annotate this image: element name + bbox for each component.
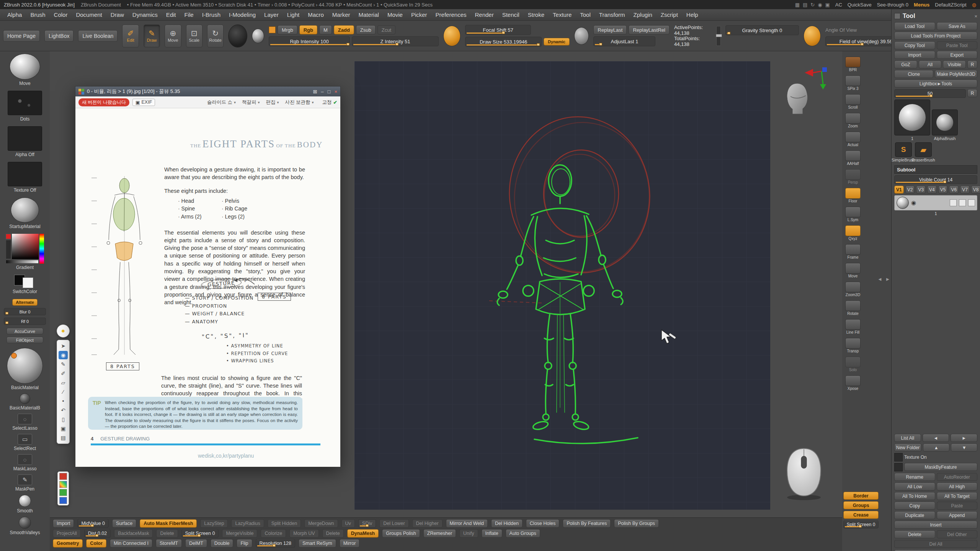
- crease-stack-button[interactable]: Crease: [843, 511, 879, 519]
- viewer-menu-item[interactable]: 슬라이드 쇼▾: [207, 99, 236, 106]
- m-button[interactable]: M: [319, 25, 332, 34]
- goz-all-button[interactable]: All: [919, 60, 942, 68]
- minimize-button[interactable]: –: [321, 89, 323, 95]
- bottom-button[interactable]: Del Higher: [412, 519, 443, 528]
- all-to-home-button[interactable]: All To Home: [894, 492, 935, 500]
- panel-icon[interactable]: ▤: [803, 2, 807, 8]
- bottom-button[interactable]: LazyRadius: [231, 519, 264, 528]
- copy-tool-button[interactable]: Copy Tool: [894, 41, 935, 49]
- move-down-button[interactable]: ▼: [951, 443, 977, 452]
- grid-icon[interactable]: ▦: [795, 2, 800, 8]
- right-shelf-button[interactable]: Transp: [845, 338, 861, 353]
- bottom-button[interactable]: Auto Mask FiberMesh: [140, 519, 197, 528]
- right-shelf-button[interactable]: Move: [845, 263, 861, 278]
- titlebar-item[interactable]: See-through 0: [877, 2, 908, 8]
- right-shelf-button[interactable]: AAHalf: [845, 150, 861, 166]
- copy-subtool-button[interactable]: Copy: [894, 502, 935, 510]
- menu-item[interactable]: Document: [72, 11, 106, 18]
- tray-select-lasso[interactable]: ◌ SelectLasso: [12, 414, 37, 431]
- bottom-button[interactable]: Delete: [322, 529, 344, 538]
- fullscreen-button[interactable]: ⊠: [313, 89, 317, 95]
- all-to-target-button[interactable]: All To Target: [937, 492, 978, 500]
- secondary-color-swatch[interactable]: [23, 277, 33, 288]
- paste-subtool-button[interactable]: Paste: [937, 502, 978, 510]
- titlebar-item[interactable]: QuickSave: [848, 2, 872, 8]
- subtool-view-tab[interactable]: V6: [949, 186, 959, 194]
- move-up-button[interactable]: ▲: [923, 443, 949, 452]
- menu-item[interactable]: Help: [682, 11, 702, 18]
- focal-shift-slider[interactable]: Focal Shift 57: [465, 25, 531, 35]
- append-button[interactable]: Append: [937, 511, 978, 519]
- bottom-button[interactable]: Dist 0.02: [84, 529, 111, 538]
- highlighter-icon[interactable]: ✐: [59, 369, 68, 378]
- menu-item[interactable]: File: [180, 11, 198, 18]
- menu-item[interactable]: Tool: [576, 11, 595, 18]
- import-button[interactable]: Import: [894, 51, 935, 59]
- tray-switch-color[interactable]: SwitchColor: [13, 275, 37, 294]
- insert-button[interactable]: Insert: [894, 521, 977, 529]
- eraser-icon[interactable]: ▱: [59, 378, 68, 387]
- crease-stack-button[interactable]: Border: [843, 492, 879, 500]
- material-sphere-icon[interactable]: [252, 29, 264, 43]
- bottom-button[interactable]: MergeDown: [304, 519, 338, 528]
- dot-icon[interactable]: •: [59, 397, 68, 405]
- tool-r-button[interactable]: R: [967, 89, 977, 97]
- bottom-button[interactable]: Split Hidden: [268, 519, 301, 528]
- load-tools-from-project-button[interactable]: Load Tools From Project: [894, 32, 977, 40]
- close-button[interactable]: ×: [334, 89, 337, 95]
- subtool-sculpt-icon[interactable]: [959, 199, 966, 206]
- bottom-button[interactable]: Polish By Features: [563, 519, 611, 528]
- tray-color-picker[interactable]: Gradient: [6, 234, 44, 270]
- annotation-color-green[interactable]: [59, 489, 67, 496]
- sync-icon[interactable]: ↻: [810, 2, 815, 8]
- update-banner-button[interactable]: 새 버전이 나왔습니다: [78, 98, 129, 106]
- right-shelf-button[interactable]: Scroll: [845, 94, 861, 109]
- bottom-button[interactable]: Mirror: [340, 539, 360, 548]
- menu-item[interactable]: Zplugin: [629, 11, 657, 18]
- bottom-button[interactable]: ProjectAll: [53, 529, 81, 538]
- menu-item[interactable]: Material: [354, 11, 383, 18]
- gravity-slider[interactable]: Gravity Strength 0: [725, 25, 799, 35]
- right-shelf-button[interactable]: BPR: [845, 57, 861, 72]
- del-all-button[interactable]: Del All: [894, 540, 977, 548]
- right-shelf-button[interactable]: L.Sym: [845, 207, 861, 222]
- bottom-button[interactable]: Min Connected I: [110, 539, 152, 548]
- subtool-list-item[interactable]: ◉: [894, 195, 977, 210]
- tray-select-rect[interactable]: ▭ SelectRect: [14, 434, 36, 451]
- tray-smooth[interactable]: Smooth: [17, 495, 33, 514]
- tray-alpha[interactable]: Alpha Off: [8, 126, 42, 157]
- palette-icon[interactable]: ◉: [818, 2, 822, 8]
- titlebar-item[interactable]: DefaultZScript: [935, 2, 966, 8]
- export-button[interactable]: Export: [937, 51, 978, 59]
- new-folder-button[interactable]: New Folder: [894, 443, 921, 452]
- folder-icon[interactable]: ▤: [59, 434, 68, 442]
- pen-icon[interactable]: ✎: [59, 360, 68, 368]
- home-page-button[interactable]: Home Page: [3, 30, 40, 42]
- duplicate-button[interactable]: Duplicate: [894, 511, 935, 519]
- menu-item[interactable]: Dynamics: [128, 11, 162, 18]
- next-subtool-button[interactable]: ►: [951, 434, 977, 442]
- crease-stack-button[interactable]: Split Screen 0: [843, 520, 879, 528]
- bottom-button[interactable]: Smart ReSym: [299, 539, 336, 548]
- trash-icon[interactable]: ▯: [59, 415, 68, 424]
- rotate-button[interactable]: ↻ Rotate: [207, 24, 224, 47]
- cursor-icon[interactable]: ➤: [59, 342, 68, 350]
- right-shelf-button[interactable]: Actual: [845, 132, 861, 147]
- autoreorder-button[interactable]: AutoReorder: [937, 473, 978, 481]
- right-shelf-button[interactable]: SPix 3: [845, 75, 861, 91]
- tray-smooth-valleys[interactable]: SmoothValleys: [10, 517, 40, 535]
- ruler-icon[interactable]: ∕: [59, 388, 68, 396]
- menu-item[interactable]: Movie: [383, 11, 407, 18]
- maximize-button[interactable]: □: [328, 89, 331, 95]
- lightbox-button[interactable]: LightBox: [44, 30, 74, 42]
- bottom-button[interactable]: DelMT: [185, 539, 207, 548]
- menu-item[interactable]: Draw: [106, 11, 128, 18]
- bottom-button[interactable]: Close Holes: [526, 519, 559, 528]
- session-icon[interactable]: ▣: [825, 2, 830, 8]
- menu-item[interactable]: Color: [50, 11, 72, 18]
- rename-button[interactable]: Rename: [894, 473, 935, 481]
- blur-slider[interactable]: Blur 0: [4, 308, 46, 315]
- tray-mask-lasso[interactable]: ◌ MaskLasso: [13, 454, 37, 471]
- bottom-button[interactable]: Del Hidden: [491, 519, 523, 528]
- replay-icon[interactable]: [574, 27, 589, 45]
